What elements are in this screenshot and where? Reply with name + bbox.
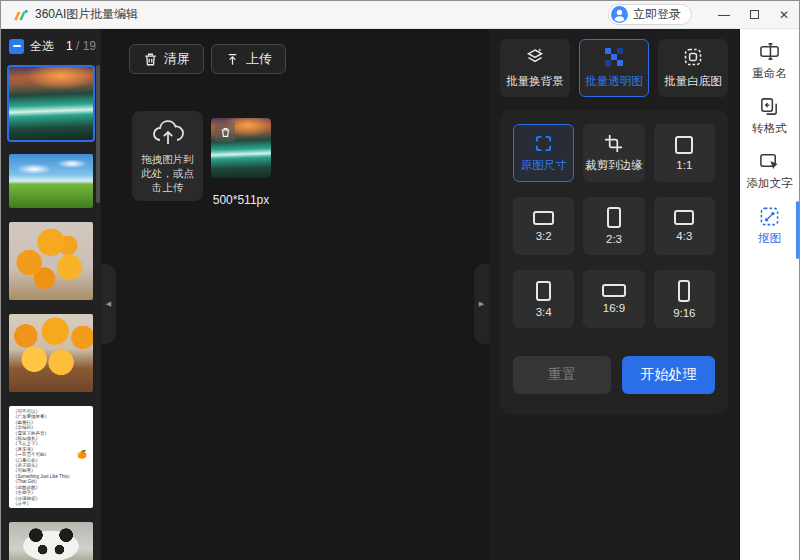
original-size-icon	[534, 134, 553, 153]
tab-batch-transparent[interactable]: 批量透明图	[579, 39, 649, 97]
maximize-icon	[750, 10, 759, 19]
size-option-label: 1:1	[676, 159, 692, 171]
size-option-label: 4:3	[676, 230, 692, 242]
tool-label: 重命名	[752, 66, 787, 81]
size-options-grid: 原图尺寸 裁剪到边缘 1:1 3:2	[513, 124, 715, 328]
thumbnail-green-field[interactable]	[9, 154, 93, 208]
size-option-label: 16:9	[603, 302, 625, 314]
size-option-3-4[interactable]: 3:4	[513, 270, 574, 328]
cutout-icon	[759, 206, 780, 227]
size-option-label: 3:4	[536, 306, 552, 318]
size-option-label: 9:16	[673, 307, 695, 319]
login-label: 立即登录	[633, 6, 681, 23]
minus-icon	[13, 45, 21, 47]
tab-batch-white-background[interactable]: 批量白底图	[658, 39, 728, 97]
thumbnail-song-list[interactable]: 《可不可以》 《广东爱情故事》 《盗将行》 《学猫叫》 《雪落下的声音》 《纸短…	[9, 406, 93, 508]
size-option-crop-to-edge[interactable]: 裁剪到边缘	[583, 124, 644, 182]
titlebar: 360AI图片批量编辑 立即登录 — ✕	[1, 1, 799, 29]
size-option-1-1[interactable]: 1:1	[654, 124, 715, 182]
thumbnail-sidebar: 全选 1 / 19 《可不可以》 《广东爱情故事》 《盗将行》 《学猫叫》 《雪…	[1, 29, 101, 560]
size-option-2-3[interactable]: 2:3	[583, 197, 644, 255]
ratio-2-3-icon	[607, 207, 621, 228]
add-text-icon	[759, 151, 780, 172]
upload-label: 上传	[246, 50, 272, 68]
size-option-label: 裁剪到边缘	[585, 158, 643, 173]
start-processing-button[interactable]: 开始处理	[622, 356, 715, 394]
select-all-label: 全选	[30, 38, 54, 55]
app-title: 360AI图片批量编辑	[35, 6, 138, 23]
window-controls: — ✕	[718, 9, 789, 21]
tool-label: 转格式	[752, 121, 787, 136]
thumbnail-panda[interactable]	[9, 522, 93, 560]
select-all-checkbox[interactable]	[9, 39, 24, 54]
working-image-thumbnail[interactable]	[211, 118, 271, 178]
active-tool-indicator	[796, 201, 799, 259]
size-options-panel: 原图尺寸 裁剪到边缘 1:1 3:2	[500, 110, 728, 414]
upload-button[interactable]: 上传	[211, 44, 286, 74]
tool-label: 抠图	[758, 231, 781, 246]
panel-actions: 重置 开始处理	[513, 356, 715, 394]
canvas-area: 清屏 上传 拖拽图片到此处，或点击上传	[101, 29, 489, 560]
thumbnail-sunset-waterfall[interactable]	[9, 67, 93, 140]
crop-icon	[604, 134, 623, 153]
delete-image-button[interactable]	[215, 122, 235, 142]
tab-label: 批量白底图	[664, 74, 722, 89]
tool-rail: 重命名 转格式 添加文字	[739, 29, 799, 560]
app-logo-icon	[11, 6, 29, 24]
thumbnail-orange-basket[interactable]	[9, 222, 93, 300]
batch-mode-tabs: 批量换背景 批量透明图 批量白底图	[500, 39, 728, 97]
layers-icon	[525, 47, 545, 67]
reset-button[interactable]: 重置	[513, 356, 611, 394]
chevron-left-icon: ◀	[106, 300, 111, 308]
settings-panel: 批量换背景 批量透明图 批量白底图	[489, 29, 739, 560]
cloud-upload-icon	[151, 118, 185, 146]
size-option-label: 3:2	[536, 230, 552, 242]
tool-convert-format[interactable]: 转格式	[740, 96, 799, 136]
tool-add-text[interactable]: 添加文字	[740, 151, 799, 191]
ratio-4-3-icon	[674, 210, 694, 225]
tab-label: 批量透明图	[585, 74, 643, 89]
ratio-3-2-icon	[533, 211, 554, 225]
ratio-16-9-icon	[602, 284, 626, 297]
rename-icon	[759, 41, 780, 62]
upload-icon	[225, 52, 240, 67]
thumbnail-list: 《可不可以》 《广东爱情故事》 《盗将行》 《学猫叫》 《雪落下的声音》 《纸短…	[9, 67, 93, 560]
sidebar-header: 全选 1 / 19	[1, 29, 101, 63]
tool-cutout[interactable]: 抠图	[740, 206, 799, 246]
size-option-16-9[interactable]: 16:9	[583, 270, 644, 328]
chevron-right-icon: ▶	[479, 300, 484, 308]
size-option-9-16[interactable]: 9:16	[654, 270, 715, 328]
window-minimize-button[interactable]: —	[718, 9, 730, 21]
upload-dropzone[interactable]: 拖拽图片到此处，或点击上传	[132, 111, 203, 201]
size-option-3-2[interactable]: 3:2	[513, 197, 574, 255]
ratio-3-4-icon	[536, 281, 551, 301]
tab-label: 批量换背景	[506, 74, 564, 89]
app-window: 360AI图片批量编辑 立即登录 — ✕ 全选 1 / 19	[0, 0, 800, 560]
image-dimensions-label: 500*511px	[205, 193, 277, 207]
window-maximize-button[interactable]	[750, 9, 759, 21]
sidebar-scrollbar[interactable]	[96, 65, 100, 203]
trash-icon	[220, 127, 231, 138]
clear-screen-label: 清屏	[164, 50, 190, 68]
size-option-4-3[interactable]: 4:3	[654, 197, 715, 255]
tool-label: 添加文字	[747, 176, 793, 191]
size-option-original[interactable]: 原图尺寸	[513, 124, 574, 182]
size-option-label: 原图尺寸	[521, 158, 567, 173]
convert-format-icon	[759, 96, 780, 117]
collapse-sidebar-handle[interactable]: ◀	[101, 264, 116, 344]
dropzone-text: 拖拽图片到此处，或点击上传	[139, 152, 196, 194]
tool-rename[interactable]: 重命名	[740, 41, 799, 81]
transparency-checker-icon	[604, 47, 624, 67]
login-button[interactable]: 立即登录	[608, 4, 692, 25]
size-option-label: 2:3	[606, 233, 622, 245]
thumbnail-orange-slices[interactable]	[9, 314, 93, 392]
ratio-1-1-icon	[675, 136, 693, 154]
collapse-panel-handle[interactable]: ▶	[474, 264, 489, 344]
ratio-9-16-icon	[678, 280, 690, 302]
tab-batch-change-background[interactable]: 批量换背景	[500, 39, 570, 97]
app-body: 全选 1 / 19 《可不可以》 《广东爱情故事》 《盗将行》 《学猫叫》 《雪…	[1, 29, 799, 560]
clear-screen-button[interactable]: 清屏	[129, 44, 204, 74]
window-close-button[interactable]: ✕	[779, 9, 789, 21]
selected-count: 1	[66, 39, 73, 53]
total-count: / 19	[76, 39, 96, 53]
